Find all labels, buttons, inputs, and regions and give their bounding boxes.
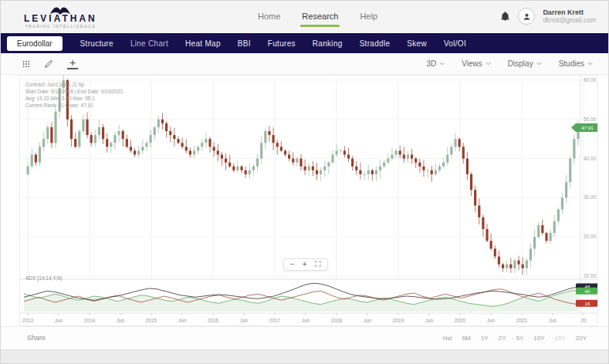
bell-icon[interactable]: [500, 11, 510, 22]
dropdown-views[interactable]: Views: [462, 59, 491, 68]
tab-vol-oi[interactable]: Vol/OI: [444, 39, 466, 48]
tab-ranking[interactable]: Ranking: [313, 39, 343, 48]
svg-text:16: 16: [585, 301, 590, 306]
tab-eurodollar[interactable]: Eurodollar: [7, 36, 63, 51]
svg-text:Jun: Jun: [549, 318, 557, 323]
svg-text:Jun: Jun: [425, 318, 434, 323]
svg-text:2015: 2015: [146, 318, 157, 323]
range-5y[interactable]: 5Y: [516, 335, 524, 342]
svg-text:2016: 2016: [208, 318, 219, 323]
svg-text:2014: 2014: [84, 318, 96, 323]
svg-text:Jun: Jun: [240, 318, 249, 323]
svg-text:20: 20: [580, 318, 587, 323]
svg-text:2017: 2017: [269, 318, 281, 323]
bottom-bar: Share Hst 6M 1Y 2Y 5Y 10Y 15Y 20Y: [1, 326, 608, 350]
svg-text:60.00: 60.00: [584, 77, 597, 83]
svg-text:Jun: Jun: [55, 318, 63, 323]
zoom-in-button[interactable]: +: [303, 261, 307, 268]
range-selector: Hst 6M 1Y 2Y 5Y 10Y 15Y 20Y: [443, 335, 587, 342]
tab-line-chart[interactable]: Line Chart: [130, 39, 168, 48]
chevron-down-icon: [587, 62, 593, 66]
nav-home[interactable]: Home: [258, 12, 280, 27]
person-icon: [523, 12, 531, 21]
drawing-tools: +: [22, 53, 78, 74]
svg-text:30.00: 30.00: [584, 194, 597, 200]
user-text: Darren Krett dkrett@gmail.com: [543, 8, 596, 24]
svg-text:Jun: Jun: [487, 318, 496, 323]
nav-help[interactable]: Help: [360, 12, 377, 27]
share-button[interactable]: Share: [27, 334, 46, 342]
svg-text:Jun: Jun: [117, 318, 125, 323]
dropdown-studies[interactable]: Studies: [559, 59, 593, 68]
user-email: dkrett@gmail.com: [543, 16, 596, 24]
svg-text:Jun: Jun: [302, 318, 310, 323]
brand-logo[interactable]: LEVIATHAN TRADING INTELLIGENCE: [24, 5, 97, 29]
zoom-controls: − +: [283, 258, 328, 271]
svg-text:20.00: 20.00: [584, 234, 597, 239]
top-nav: Home Research Help: [258, 12, 377, 27]
svg-text:Jun: Jun: [178, 318, 187, 323]
range-hst[interactable]: Hst: [443, 335, 452, 342]
add-tool-icon[interactable]: +: [67, 58, 78, 69]
svg-text:2013: 2013: [22, 318, 34, 323]
range-2y[interactable]: 2Y: [499, 335, 506, 342]
tab-futures[interactable]: Futures: [268, 39, 296, 48]
nav-research[interactable]: Research: [302, 12, 338, 27]
window-bottom-strip: [1, 349, 608, 364]
svg-text:2018: 2018: [331, 318, 343, 323]
range-1y[interactable]: 1Y: [481, 335, 489, 342]
range-20y[interactable]: 20Y: [576, 335, 587, 342]
chevron-down-icon: [486, 62, 491, 66]
dropdown-display[interactable]: Display: [508, 59, 542, 68]
svg-text:Jun: Jun: [364, 318, 372, 323]
header: LEVIATHAN TRADING INTELLIGENCE Home Rese…: [1, 1, 608, 33]
user-name: Darren Krett: [543, 8, 596, 16]
zoom-out-button[interactable]: −: [290, 261, 295, 268]
svg-text:2020: 2020: [455, 318, 466, 323]
chevron-down-icon: [536, 62, 542, 66]
user-cluster: Darren Krett dkrett@gmail.com: [500, 8, 596, 25]
brand-tagline: TRADING INTELLIGENCE: [24, 24, 97, 29]
chart-card: 60.0050.0040.0030.0020.0010.002013Jun201…: [19, 75, 598, 326]
brand-name: LEVIATHAN: [24, 15, 97, 23]
svg-text:47.91: 47.91: [581, 125, 594, 130]
module-tab-bar: Eurodollar Structure Line Chart Heat Map…: [1, 33, 608, 53]
tab-straddle[interactable]: Straddle: [360, 39, 391, 48]
tab-structure[interactable]: Structure: [80, 39, 113, 48]
svg-text:10.00: 10.00: [584, 273, 597, 278]
chart-toolbar: + 3D Views Display Studies: [1, 53, 608, 75]
svg-text:2021: 2021: [516, 318, 528, 323]
active-nav-underline: [300, 25, 340, 27]
svg-text:2019: 2019: [393, 318, 404, 323]
range-10y[interactable]: 10Y: [533, 335, 544, 342]
range-6m[interactable]: 6M: [462, 335, 471, 342]
grid-layout-icon[interactable]: [22, 60, 30, 68]
dropdown-3d[interactable]: 3D: [427, 59, 445, 68]
avatar[interactable]: [518, 8, 535, 25]
svg-text:40: 40: [585, 288, 590, 294]
tab-heat-map[interactable]: Heat Map: [185, 39, 221, 48]
svg-text:50.00: 50.00: [584, 116, 597, 122]
price-chart-canvas[interactable]: 60.0050.0040.0030.0020.0010.002013Jun201…: [20, 76, 597, 325]
tab-bbi[interactable]: BBI: [238, 39, 251, 48]
range-15y[interactable]: 15Y: [555, 335, 566, 342]
view-dropdowns: 3D Views Display Studies: [427, 53, 593, 74]
chevron-down-icon: [439, 62, 445, 66]
svg-text:40.00: 40.00: [584, 156, 597, 161]
fullscreen-icon[interactable]: [315, 261, 321, 268]
tab-skew[interactable]: Skew: [407, 39, 427, 48]
pencil-icon[interactable]: [44, 59, 53, 69]
app-window: LEVIATHAN TRADING INTELLIGENCE Home Rese…: [0, 0, 609, 364]
